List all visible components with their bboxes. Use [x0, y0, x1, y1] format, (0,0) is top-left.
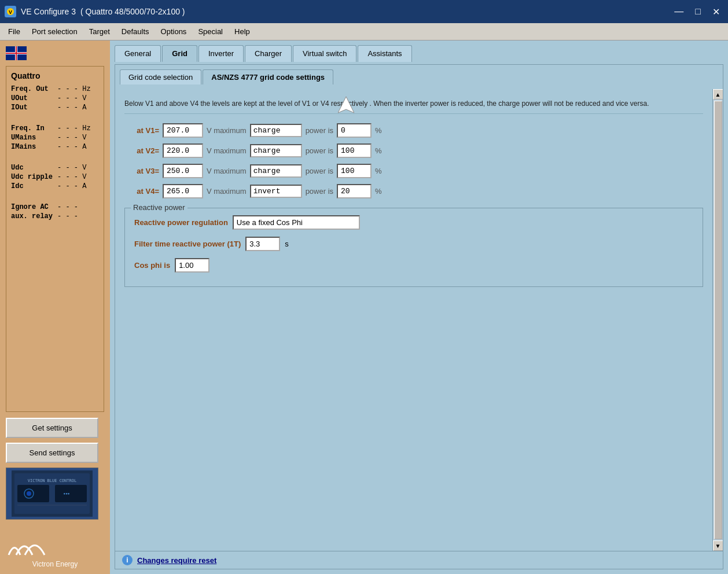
v1-unit: V maximum [207, 126, 247, 135]
language-flag[interactable] [6, 46, 27, 60]
sub-tab-grid-code[interactable]: Grid code selection [120, 69, 201, 84]
tab-inverter[interactable]: Inverter [198, 45, 244, 62]
reactive-regulation-label: Reactive power regulation [134, 218, 228, 227]
v3-label: at V3= [124, 167, 159, 175]
v4-input[interactable] [163, 184, 203, 198]
app-title: VE Configure 3 [21, 7, 76, 16]
main-container: Quattro Freq. Out - - - Hz UOut - - - V … [0, 41, 728, 574]
scroll-thumb[interactable] [714, 101, 722, 539]
stats-grid: Freq. Out - - - Hz UOut - - - V IOut - -… [11, 85, 99, 220]
stat-val-uout: - - - V [57, 94, 99, 102]
v3-power-label: power is [306, 167, 333, 175]
v3-power-input[interactable] [337, 164, 372, 178]
reactive-filter-row: Filter time reactive power (1T) s [134, 237, 693, 251]
send-settings-button[interactable]: Send settings [6, 443, 98, 463]
tab-virtual-switch[interactable]: Virtual switch [293, 45, 356, 62]
reactive-cosphi-row: Cos phi is [134, 258, 693, 273]
stat-val-ignoreac: - - - [57, 203, 99, 211]
v2-mode-select[interactable]: charge invert [250, 144, 302, 157]
stat-val-iout: - - - A [57, 104, 99, 112]
tab-charger[interactable]: Charger [245, 45, 292, 62]
main-panel: Grid code selection AS/NZS 4777 grid cod… [115, 64, 723, 569]
stat-val-idc: - - - A [57, 182, 99, 190]
stat-label-idc: Idc [11, 182, 53, 190]
stat-label-udcripple: Udc ripple [11, 173, 53, 181]
info-icon: i [122, 555, 133, 565]
menu-help[interactable]: Help [229, 25, 256, 38]
v2-power-label: power is [306, 146, 333, 155]
v4-power-label: power is [306, 187, 333, 196]
victron-logo: Victron Energy [6, 529, 104, 568]
svg-text:V: V [9, 9, 12, 15]
stat-val-auxrelay: - - - [57, 212, 99, 220]
v3-pct: % [375, 167, 382, 175]
stat-label-iout: IOut [11, 104, 53, 112]
reactive-regulation-row: Reactive power regulation Use a fixed Co… [134, 215, 693, 230]
quattro-panel: Quattro Freq. Out - - - Hz UOut - - - V … [6, 66, 104, 412]
stat-label-freqout: Freq. Out [11, 85, 53, 93]
cursor-indicator [338, 97, 354, 117]
v4-label: at V4= [124, 187, 159, 196]
v2-power-input[interactable] [337, 144, 372, 158]
menu-target[interactable]: Target [83, 25, 116, 38]
reactive-filter-input[interactable] [245, 237, 280, 251]
reactive-power-section: Reactive power Reactive power regulation… [124, 208, 703, 287]
status-message: Changes require reset [137, 556, 216, 565]
tab-general[interactable]: General [115, 45, 161, 62]
v4-power-input[interactable] [337, 184, 372, 198]
scroll-panel: Below V1 and above V4 the levels are kep… [115, 89, 723, 551]
voltage-row-v1: at V1= V maximum charge invert power is … [124, 123, 703, 138]
menu-bar: File Port selection Target Defaults Opti… [0, 23, 728, 41]
stat-val-freqin: - - - Hz [57, 124, 99, 133]
stat-label-udc: Udc [11, 164, 53, 172]
menu-special[interactable]: Special [192, 25, 229, 38]
description-text: Below V1 and above V4 the levels are kep… [124, 98, 703, 114]
v1-input[interactable] [163, 123, 203, 138]
v4-unit: V maximum [207, 187, 247, 196]
reactive-regulation-select[interactable]: Use a fixed Cos Phi Cos Phi(P) Q(U) [233, 215, 360, 230]
stat-label-auxrelay: aux. relay [11, 212, 53, 220]
reactive-section-title: Reactive power [131, 203, 187, 212]
maximize-button[interactable]: □ [692, 5, 704, 19]
title-bar-left: V VE Configure 3 ( Quattro 48/5000/70-2x… [5, 6, 185, 17]
victron-waves [6, 535, 104, 558]
device-name: ( Quattro 48/5000/70-2x100 ) [80, 7, 185, 16]
scroll-content: Below V1 and above V4 the levels are kep… [115, 89, 712, 551]
quattro-title: Quattro [11, 71, 99, 80]
svg-text:VICTRON BLUE CONTROL: VICTRON BLUE CONTROL [28, 479, 76, 483]
menu-defaults[interactable]: Defaults [116, 25, 155, 38]
voltage-row-v2: at V2= V maximum charge invert power is … [124, 144, 703, 158]
scroll-up-button[interactable]: ▲ [713, 89, 723, 100]
v4-mode-select[interactable]: charge invert [250, 185, 302, 198]
get-settings-button[interactable]: Get settings [6, 418, 98, 438]
v2-input[interactable] [163, 144, 203, 158]
menu-port-selection[interactable]: Port selection [26, 25, 83, 38]
v3-mode-select[interactable]: charge invert [250, 164, 302, 178]
tab-assistants[interactable]: Assistants [358, 45, 411, 62]
v3-input[interactable] [163, 164, 203, 178]
content-area: General Grid Inverter Charger Virtual sw… [110, 41, 728, 574]
menu-options[interactable]: Options [155, 25, 193, 38]
tab-grid[interactable]: Grid [162, 45, 197, 62]
scroll-down-button[interactable]: ▼ [713, 540, 723, 551]
minimize-button[interactable]: — [671, 5, 687, 19]
menu-file[interactable]: File [2, 25, 26, 38]
stat-label-uout: UOut [11, 94, 53, 102]
reactive-cosphi-input[interactable] [175, 258, 209, 273]
svg-rect-6 [55, 485, 87, 502]
v1-mode-select[interactable]: charge invert [250, 124, 302, 137]
victron-brand-text: Victron Energy [6, 560, 104, 568]
v1-power-input[interactable] [337, 123, 372, 138]
voltage-row-v3: at V3= V maximum charge invert power is … [124, 164, 703, 178]
v3-unit: V maximum [207, 167, 247, 175]
reactive-filter-label: Filter time reactive power (1T) [134, 240, 241, 248]
svg-marker-11 [338, 97, 354, 113]
svg-text:●●●: ●●● [64, 492, 70, 495]
scrollbar: ▲ ▼ [712, 89, 723, 551]
v2-label: at V2= [124, 146, 159, 155]
sub-tab-as-nzs[interactable]: AS/NZS 4777 grid code settings [203, 69, 333, 84]
close-button[interactable]: ✕ [709, 5, 723, 19]
v2-unit: V maximum [207, 146, 247, 155]
status-bar: i Changes require reset [115, 551, 723, 569]
stat-val-freqout: - - - Hz [57, 85, 99, 93]
